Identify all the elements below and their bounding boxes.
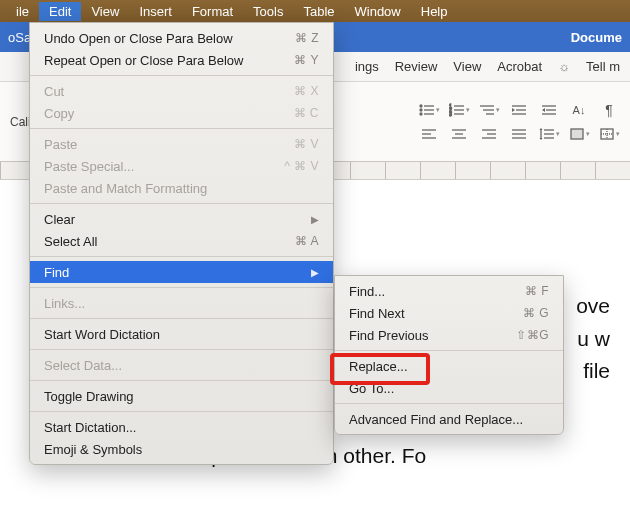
menu-item-label: Copy — [44, 106, 74, 121]
document-title: Docume — [571, 30, 622, 45]
menu-item[interactable]: Replace... — [335, 355, 563, 377]
menu-item[interactable]: Advanced Find and Replace... — [335, 408, 563, 430]
mac-menu-item[interactable]: Insert — [129, 2, 182, 21]
doc-text: file — [583, 359, 610, 382]
menu-item[interactable]: Undo Open or Close Para Below⌘ Z — [30, 27, 333, 49]
menu-item[interactable]: Find▶ — [30, 261, 333, 283]
menu-item-label: Emoji & Symbols — [44, 442, 142, 457]
menu-item-label: Advanced Find and Replace... — [349, 412, 523, 427]
menu-item-label: Undo Open or Close Para Below — [44, 31, 233, 46]
menu-item-label: Repeat Open or Close Para Below — [44, 53, 243, 68]
mac-menu-item[interactable]: Help — [411, 2, 458, 21]
mac-menu-item[interactable]: Table — [293, 2, 344, 21]
increase-indent-icon[interactable] — [538, 101, 560, 119]
mac-menu-item[interactable]: Tools — [243, 2, 293, 21]
ribbon-tab[interactable]: View — [453, 59, 481, 74]
align-left-icon[interactable] — [418, 125, 440, 143]
menu-item-label: Links... — [44, 296, 85, 311]
menu-item-label: Select All — [44, 234, 97, 249]
mac-menu-item[interactable]: Edit — [39, 2, 81, 21]
find-submenu: Find...⌘ FFind Next⌘ GFind Previous⇧⌘GRe… — [334, 275, 564, 435]
menu-item-label: Paste — [44, 137, 77, 152]
pilcrow-icon[interactable]: ¶ — [598, 101, 620, 119]
menu-item-shortcut: ⌘ Y — [294, 53, 319, 67]
menu-item-label: Find Previous — [349, 328, 428, 343]
menu-item-shortcut: ⌘ Z — [295, 31, 319, 45]
submenu-arrow-icon: ▶ — [311, 214, 320, 225]
multilevel-list-icon[interactable]: ▾ — [478, 101, 500, 119]
sort-icon[interactable]: A↓ — [568, 101, 590, 119]
menu-item-shortcut: ⌘ A — [295, 234, 319, 248]
edit-menu-dropdown: Undo Open or Close Para Below⌘ ZRepeat O… — [29, 22, 334, 465]
menu-item-label: Toggle Drawing — [44, 389, 134, 404]
align-center-icon[interactable] — [448, 125, 470, 143]
doc-text: u w — [577, 327, 610, 350]
doc-text: ove — [576, 294, 610, 317]
menu-item: Links... — [30, 292, 333, 314]
menu-item[interactable]: Find Next⌘ G — [335, 302, 563, 324]
menu-item-label: Find — [44, 265, 69, 280]
menu-item-label: Find... — [349, 284, 385, 299]
menu-item[interactable]: Emoji & Symbols — [30, 438, 333, 460]
menu-item[interactable]: Toggle Drawing — [30, 385, 333, 407]
menu-item-label: Start Word Dictation — [44, 327, 160, 342]
menu-item-label: Clear — [44, 212, 75, 227]
mac-menu-bar: ileEditViewInsertFormatToolsTableWindowH… — [0, 0, 630, 22]
svg-marker-39 — [539, 128, 542, 130]
menu-item-label: Paste Special... — [44, 159, 134, 174]
ribbon-tab[interactable]: ings — [355, 59, 379, 74]
menu-item-label: Start Dictation... — [44, 420, 136, 435]
mac-menu-item[interactable]: View — [81, 2, 129, 21]
menu-item-shortcut: ^ ⌘ V — [284, 159, 319, 173]
menu-item[interactable]: Repeat Open or Close Para Below⌘ Y — [30, 49, 333, 71]
menu-item[interactable]: Start Dictation... — [30, 416, 333, 438]
numbered-list-icon[interactable]: 123▾ — [448, 101, 470, 119]
svg-point-2 — [420, 109, 422, 111]
menu-item-shortcut: ⌘ G — [523, 306, 549, 320]
menu-item[interactable]: Find Previous⇧⌘G — [335, 324, 563, 346]
ribbon-tab[interactable]: Acrobat — [497, 59, 542, 74]
svg-point-0 — [420, 105, 422, 107]
svg-text:3: 3 — [449, 111, 452, 117]
line-spacing-icon[interactable]: ▾ — [538, 125, 560, 143]
menu-item-shortcut: ⇧⌘G — [516, 328, 549, 342]
menu-item-label: Select Data... — [44, 358, 122, 373]
menu-item-label: Go To... — [349, 381, 394, 396]
menu-item: Select Data... — [30, 354, 333, 376]
menu-item-shortcut: ⌘ F — [525, 284, 549, 298]
bullet-list-icon[interactable]: ▾ — [418, 101, 440, 119]
mac-menu-item[interactable]: Window — [345, 2, 411, 21]
tell-me-label[interactable]: Tell m — [586, 59, 620, 74]
menu-item-shortcut: ⌘ V — [294, 137, 319, 151]
shading-icon[interactable]: ▾ — [568, 125, 590, 143]
ribbon-tab[interactable]: Review — [395, 59, 438, 74]
menu-item[interactable]: Clear▶ — [30, 208, 333, 230]
menu-item-label: Find Next — [349, 306, 405, 321]
borders-icon[interactable]: ▾ — [598, 125, 620, 143]
menu-item: Paste⌘ V — [30, 133, 333, 155]
menu-item-shortcut: ⌘ X — [294, 84, 319, 98]
menu-item[interactable]: Find...⌘ F — [335, 280, 563, 302]
menu-item: Cut⌘ X — [30, 80, 333, 102]
svg-point-4 — [420, 113, 422, 115]
submenu-arrow-icon: ▶ — [311, 267, 320, 278]
tell-me-lightbulb-icon[interactable]: ☼ — [558, 59, 570, 74]
menu-item-label: Paste and Match Formatting — [44, 181, 207, 196]
menu-item: Copy⌘ C — [30, 102, 333, 124]
svg-marker-17 — [512, 108, 515, 112]
decrease-indent-icon[interactable] — [508, 101, 530, 119]
menu-item[interactable]: Select All⌘ A — [30, 230, 333, 252]
menu-item-label: Cut — [44, 84, 64, 99]
align-right-icon[interactable] — [478, 125, 500, 143]
svg-marker-40 — [539, 138, 542, 140]
mac-menu-item[interactable]: Format — [182, 2, 243, 21]
menu-item: Paste Special...^ ⌘ V — [30, 155, 333, 177]
mac-menu-item[interactable]: ile — [6, 2, 39, 21]
svg-rect-41 — [571, 129, 583, 139]
menu-item-shortcut: ⌘ C — [294, 106, 320, 120]
menu-item[interactable]: Go To... — [335, 377, 563, 399]
menu-item[interactable]: Start Word Dictation — [30, 323, 333, 345]
menu-item: Paste and Match Formatting — [30, 177, 333, 199]
justify-icon[interactable] — [508, 125, 530, 143]
svg-marker-21 — [542, 108, 545, 112]
